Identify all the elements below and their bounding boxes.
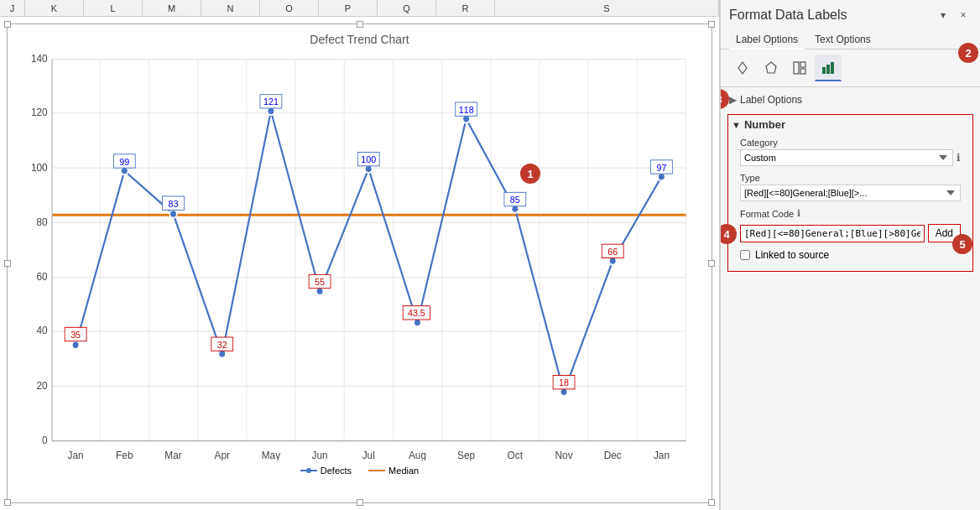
number-arrow: ▼: [732, 120, 741, 130]
panel-title: Format Data Labels: [729, 8, 847, 23]
svg-text:32: 32: [217, 339, 227, 349]
svg-text:Jan: Jan: [654, 449, 670, 461]
chart-border[interactable]: Defect Trend Chart .axis-label { font-si…: [7, 23, 712, 503]
panel-tabs: Label Options Text Options: [721, 27, 980, 49]
format-data-labels-panel: Format Data Labels ▾ × Label Options Tex…: [720, 0, 980, 510]
svg-text:121: 121: [263, 96, 279, 107]
resize-handle-top-left[interactable]: [4, 21, 11, 28]
pentagon-icon-tab[interactable]: [758, 55, 785, 81]
number-section-header[interactable]: ▼ Number: [732, 115, 969, 134]
svg-text:43.5: 43.5: [408, 308, 425, 318]
svg-text:83: 83: [169, 198, 179, 208]
resize-handle-bot-center[interactable]: [357, 499, 363, 506]
resize-handle-top-center[interactable]: [357, 21, 363, 28]
svg-text:35: 35: [70, 330, 81, 340]
col-headers: J K L M N O P Q R S: [0, 0, 719, 17]
linked-to-source-row: Linked to source: [732, 246, 969, 268]
resize-handle-top-right[interactable]: [708, 21, 715, 28]
label-options-section: ▶ Label Options: [721, 87, 980, 112]
tab-label-options[interactable]: Label Options: [729, 30, 805, 49]
svg-text:55: 55: [315, 277, 325, 287]
col-header-l[interactable]: L: [84, 0, 143, 16]
label-options-header[interactable]: ▶ Label Options: [729, 91, 972, 109]
col-header-m[interactable]: M: [143, 0, 201, 16]
category-group: Category GeneralNumberCurrencyAccounting…: [732, 134, 969, 169]
col-header-n[interactable]: N: [201, 0, 260, 16]
svg-rect-91: [822, 67, 826, 74]
resize-handle-bot-left[interactable]: [4, 499, 11, 506]
legend-defects: Defects: [300, 466, 352, 476]
svg-text:Feb: Feb: [116, 449, 133, 461]
close-button[interactable]: ×: [955, 7, 972, 23]
svg-text:Oct: Oct: [508, 449, 524, 461]
category-row: GeneralNumberCurrencyAccountingDateTimeP…: [740, 149, 961, 166]
add-btn-wrapper: 5 Add: [928, 224, 961, 242]
linked-to-source-checkbox[interactable]: [740, 250, 750, 260]
number-section: ▼ Number Category GeneralNumberCurrencyA…: [727, 114, 973, 272]
svg-text:Apr: Apr: [214, 449, 229, 461]
category-info-icon[interactable]: ℹ: [957, 152, 961, 164]
dropdown-button[interactable]: ▾: [935, 7, 951, 23]
col-header-s[interactable]: S: [495, 0, 719, 16]
bar-chart-icon-tab[interactable]: [815, 55, 842, 81]
svg-text:40: 40: [37, 325, 48, 337]
svg-text:140: 140: [31, 53, 48, 65]
type-select[interactable]: [Red][<=80]General;[Blue][>...: [740, 185, 961, 201]
svg-text:120: 120: [31, 107, 48, 119]
category-select[interactable]: GeneralNumberCurrencyAccountingDateTimeP…: [740, 149, 953, 166]
col-header-k[interactable]: K: [25, 0, 84, 16]
col-header-p[interactable]: P: [319, 0, 378, 16]
legend-median-label: Median: [388, 466, 419, 476]
svg-text:80: 80: [37, 216, 48, 229]
chart-svg: .axis-label { font-size: 11px; fill: #44…: [16, 49, 703, 461]
chart-container: Defect Trend Chart .axis-label { font-si…: [0, 17, 719, 510]
panel-icon-tabs: 2: [721, 49, 980, 87]
format-code-label: Format Code ℹ: [740, 208, 961, 219]
resize-handle-mid-left[interactable]: [4, 260, 11, 267]
panel-header: Format Data Labels ▾ ×: [721, 0, 980, 27]
svg-rect-92: [826, 65, 830, 74]
col-header-r[interactable]: R: [436, 0, 495, 16]
label-options-title: Label Options: [740, 94, 802, 106]
svg-text:18: 18: [559, 377, 569, 388]
svg-text:20: 20: [37, 379, 48, 392]
category-label: Category: [740, 138, 961, 148]
annotation-1: 1: [520, 164, 540, 184]
svg-text:0: 0: [42, 435, 48, 447]
col-header-j[interactable]: J: [0, 0, 25, 16]
svg-text:Sep: Sep: [457, 449, 475, 461]
fill-icon-tab[interactable]: [729, 55, 756, 81]
svg-rect-0: [52, 60, 685, 441]
svg-point-86: [306, 468, 311, 473]
chart-legend: Defects Median: [16, 466, 703, 476]
svg-text:100: 100: [361, 154, 376, 164]
col-header-o[interactable]: O: [260, 0, 319, 16]
svg-rect-90: [800, 69, 805, 74]
svg-text:Dec: Dec: [604, 449, 622, 461]
svg-text:Nov: Nov: [555, 449, 574, 461]
svg-point-46: [169, 210, 177, 217]
svg-text:118: 118: [459, 104, 474, 114]
chart-area: .axis-label { font-size: 11px; fill: #44…: [16, 49, 703, 461]
resize-handle-bot-right[interactable]: [708, 499, 715, 506]
svg-text:Jul: Jul: [362, 449, 375, 461]
chart-title: Defect Trend Chart: [16, 33, 703, 46]
format-code-info-icon[interactable]: ℹ: [797, 208, 800, 219]
type-label: Type: [740, 173, 961, 183]
type-group: Type [Red][<=80]General;[Blue][>...: [732, 169, 969, 205]
resize-handle-mid-right[interactable]: [708, 260, 715, 267]
svg-text:Jan: Jan: [68, 449, 84, 461]
layout-icon-tab[interactable]: [786, 55, 813, 81]
svg-text:Jun: Jun: [312, 449, 328, 461]
svg-text:97: 97: [656, 162, 666, 172]
tab-text-options[interactable]: Text Options: [808, 30, 878, 49]
svg-text:99: 99: [119, 156, 129, 166]
col-header-q[interactable]: Q: [378, 0, 436, 16]
legend-defects-label: Defects: [321, 466, 352, 476]
panel-content: 3 ▶ Label Options ▼ Number Category Gene…: [721, 87, 980, 510]
annotation-4: 4: [721, 224, 737, 244]
annotation-5: 5: [952, 234, 972, 254]
format-code-input[interactable]: [Red][<=80]General;[Blue][>80]Ge: [740, 225, 925, 242]
svg-text:Mar: Mar: [164, 449, 181, 461]
svg-text:85: 85: [510, 195, 520, 205]
